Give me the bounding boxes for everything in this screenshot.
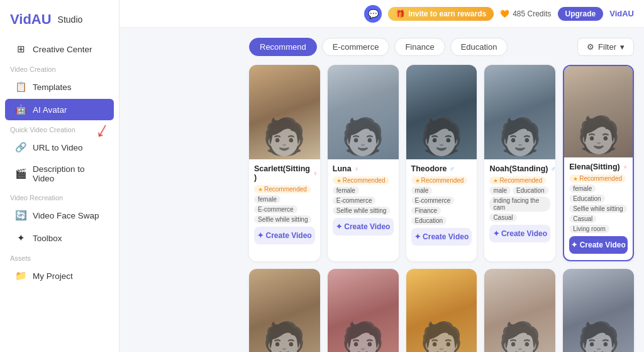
sidebar-label-creative-center: Creative Center — [33, 45, 92, 54]
upgrade-button[interactable]: Upgrade — [558, 7, 604, 21]
person-silhouette: 🧑 — [498, 119, 542, 154]
create-video-btn-noah[interactable]: ✦ Create Video — [489, 225, 550, 242]
sidebar-item-creative-center[interactable]: ⊞ Creative Center — [5, 38, 114, 60]
tag-education: Education — [513, 186, 548, 195]
avatar-card-scarlett[interactable]: 🧑 Scarlett(Sitting ) ♀ Recommended femal… — [249, 65, 320, 261]
filter-button[interactable]: ⚙ Filter ▾ — [577, 38, 634, 56]
avatar-tags-theodore: Recommended male E-commerce Finance Educ… — [411, 176, 472, 225]
sidebar-item-toolbox[interactable]: ✦ Toolbox — [5, 227, 114, 249]
avatar-card-noah[interactable]: 🧑 Noah(Standing) ♂ Recommended male Educ… — [484, 65, 555, 261]
section-label-video-recreation: Video Recreation — [0, 189, 119, 204]
create-video-btn-scarlett[interactable]: ✦ Create Video — [254, 227, 315, 244]
avatar-tags-scarlett: Recommended female E-commerce Selfie whi… — [254, 185, 315, 224]
discord-icon: 💬 — [368, 9, 379, 19]
person-silhouette: 🧑 — [262, 119, 306, 154]
avatar-image-luna: 🧑 — [328, 65, 399, 159]
grid-icon: ⊞ — [15, 43, 26, 55]
avatar-image-elena: 🧑 — [564, 66, 633, 157]
tag-male: male — [411, 186, 433, 195]
avatar-info-scarlett: Scarlett(Sitting ) ♀ Recommended female … — [249, 159, 320, 251]
avatar-name-noah: Noah(Standing) ♂ — [489, 164, 550, 173]
discord-button[interactable]: 💬 — [364, 5, 382, 23]
section-label-video-creation: Video Creation — [0, 60, 119, 76]
avatar-grid-row2: 🧑 🧑 🧑 🧑 — [249, 269, 634, 352]
avatar-info-luna: Luna ♀ Recommended female E-commerce Sel… — [328, 159, 399, 242]
tag-selfie: Selfie while sitting — [569, 205, 626, 213]
tag-ecommerce: E-commerce — [333, 196, 376, 205]
toolbox-icon: ✦ — [15, 232, 26, 244]
avatar-info-noah: Noah(Standing) ♂ Recommended male Educat… — [484, 159, 555, 249]
sidebar: VidAU Studio ⊞ Creative Center Video Cre… — [0, 0, 119, 352]
sidebar-logo: VidAU Studio — [0, 8, 119, 38]
avatar-name-luna: Luna ♀ — [333, 164, 394, 173]
invite-button[interactable]: 🎁 Invite to earn rewards — [388, 7, 494, 21]
avatar-card-girl3[interactable]: 🧑 — [484, 269, 555, 352]
heart-icon: 🧡 — [500, 9, 509, 18]
topbar-brand: VidAU — [609, 9, 634, 18]
avatar-image-girl2: 🧑 — [328, 269, 399, 352]
tab-recommend[interactable]: Recommend — [249, 38, 317, 56]
female-icon: ♀ — [623, 163, 628, 171]
sidebar-item-templates[interactable]: 📋 Templates — [5, 76, 114, 98]
person-silhouette: 🧑 — [341, 323, 385, 352]
avatar-card-theodore[interactable]: 🧑 Theodore ♂ Recommended male E-commerce… — [406, 65, 477, 261]
avatar-card-elena[interactable]: 🧑 Elena(Sitting) ♀ Recommended female Ed… — [563, 65, 634, 261]
create-video-btn-elena[interactable]: ✦ Create Video — [569, 236, 628, 254]
topbar: 💬 🎁 Invite to earn rewards 🧡 485 Credits… — [119, 0, 644, 28]
avatar-name-elena: Elena(Sitting) ♀ — [569, 162, 628, 171]
upgrade-label: Upgrade — [565, 9, 596, 18]
tag-facing: inding facing the cam — [489, 196, 550, 212]
tag-female: female — [254, 195, 280, 203]
avatar-image-girl3: 🧑 — [484, 269, 555, 352]
avatar-card-girl2[interactable]: 🧑 — [328, 269, 399, 352]
avatar-tags-elena: Recommended female Education Selfie whil… — [569, 174, 628, 233]
person-silhouette: 🧑 — [419, 119, 464, 154]
person-silhouette: 🧑 — [577, 117, 621, 152]
avatar-info-elena: Elena(Sitting) ♀ Recommended female Educ… — [564, 157, 633, 260]
invite-label: Invite to earn rewards — [408, 9, 486, 18]
tag-casual: Casual — [489, 213, 516, 222]
person-silhouette: 🧑 — [341, 119, 385, 154]
avatar-card-girl1[interactable]: 🧑 — [249, 269, 320, 352]
sidebar-item-url-to-video[interactable]: 🔗 URL to Video — [5, 137, 114, 158]
main-content: Recommend E-commerce Finance Education ⚙… — [239, 28, 644, 352]
sidebar-item-video-face-swap[interactable]: 🔄 Video Face Swap — [5, 205, 114, 226]
tab-finance[interactable]: Finance — [394, 38, 445, 56]
avatar-image-theodore: 🧑 — [406, 65, 477, 159]
create-video-btn-luna[interactable]: ✦ Create Video — [333, 218, 394, 236]
tab-ecommerce[interactable]: E-commerce — [322, 38, 390, 56]
avatar-card-girl4[interactable]: 🧑 — [563, 269, 634, 352]
desc-icon: 🎬 — [15, 168, 26, 179]
female-icon: ♀ — [313, 169, 318, 177]
avatar-card-luna[interactable]: 🧑 Luna ♀ Recommended female E-commerce S… — [328, 65, 399, 261]
tag-selfie: Selfie while sitting — [254, 215, 311, 224]
avatar-card-boy1[interactable]: 🧑 — [406, 269, 477, 352]
tag-recommended: Recommended — [411, 176, 468, 185]
link-icon: 🔗 — [15, 142, 26, 153]
logo-text: VidAU — [10, 11, 52, 28]
tag-casual: Casual — [569, 215, 596, 223]
swap-icon: 🔄 — [15, 210, 26, 221]
section-label-quick-video: Quick Video Creation — [0, 121, 119, 136]
tag-recommended: Recommended — [254, 185, 311, 193]
filter-label: Filter — [598, 42, 616, 52]
avatar-info-theodore: Theodore ♂ Recommended male E-commerce F… — [406, 159, 477, 252]
tag-education: Education — [411, 217, 447, 225]
avatar-name-scarlett: Scarlett(Sitting ) ♀ — [254, 164, 315, 182]
create-video-btn-theodore[interactable]: ✦ Create Video — [411, 228, 472, 246]
tag-ecommerce: E-commerce — [254, 205, 297, 213]
sidebar-label-video-face-swap: Video Face Swap — [33, 211, 99, 220]
section-label-assets: Assets — [0, 249, 119, 264]
tag-finance: Finance — [411, 207, 441, 215]
avatar-image-girl1: 🧑 — [249, 269, 320, 352]
male-icon: ♂ — [550, 165, 555, 173]
sidebar-item-my-project[interactable]: 📁 My Project — [5, 265, 114, 287]
tab-education[interactable]: Education — [450, 38, 508, 56]
avatar-name-theodore: Theodore ♂ — [411, 164, 472, 173]
sidebar-item-description-to-video[interactable]: 🎬 Description to Video — [5, 159, 114, 188]
filter-icon: ⚙ — [587, 42, 594, 52]
sidebar-item-ai-avatar[interactable]: 🤖 AI Avatar — [5, 99, 114, 120]
avatar-image-boy1: 🧑 — [406, 269, 477, 352]
tag-living: Living room — [569, 225, 609, 233]
tag-female: female — [333, 186, 359, 195]
